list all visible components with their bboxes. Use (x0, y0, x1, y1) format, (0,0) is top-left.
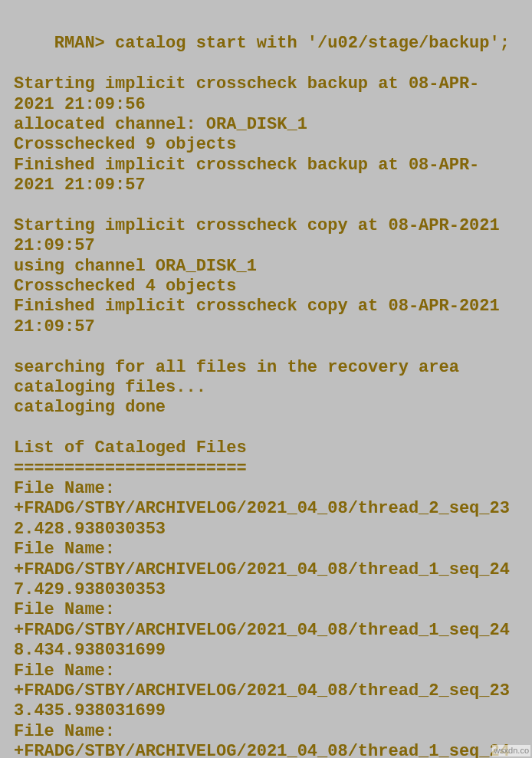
screenshot-container: RMAN> catalog start with '/u02/stage/bac… (0, 0, 532, 758)
terminal-line: File Name: +FRADG/STBY/ARCHIVELOG/2021_0… (14, 479, 510, 539)
terminal-line: Starting implicit crosscheck backup at 0… (14, 74, 479, 113)
terminal-line: using channel ORA_DISK_1 (14, 257, 257, 276)
terminal-line: cataloging files... (14, 378, 206, 397)
terminal-line: List of Cataloged Files (14, 438, 247, 458)
terminal-line: File Name: +FRADG/STBY/ARCHIVELOG/2021_0… (14, 600, 510, 660)
terminal-line: Finished implicit crosscheck backup at 0… (14, 156, 479, 195)
terminal-line: File Name: +FRADG/STBY/ARCHIVELOG/2021_0… (14, 722, 510, 758)
terminal-line: Starting implicit crosscheck copy at 08-… (14, 216, 510, 255)
terminal-line: File Name: +FRADG/STBY/ARCHIVELOG/2021_0… (14, 540, 510, 599)
terminal-line: Crosschecked 4 objects (14, 277, 236, 296)
terminal-line: File Name: +FRADG/STBY/ARCHIVELOG/2021_0… (14, 661, 510, 721)
terminal-line: ======================= (14, 459, 247, 478)
terminal-line: Crosschecked 9 objects (14, 135, 236, 154)
terminal-line: RMAN> catalog start with '/u02/stage/bac… (54, 34, 510, 53)
terminal-line: cataloging done (14, 398, 166, 417)
terminal-line: Finished implicit crosscheck copy at 08-… (14, 297, 510, 336)
watermark-text: wsxdn.co (492, 745, 530, 756)
terminal-line: searching for all files in the recovery … (14, 358, 459, 377)
rman-terminal-output: RMAN> catalog start with '/u02/stage/bac… (0, 0, 532, 758)
terminal-line: allocated channel: ORA_DISK_1 (14, 115, 307, 134)
